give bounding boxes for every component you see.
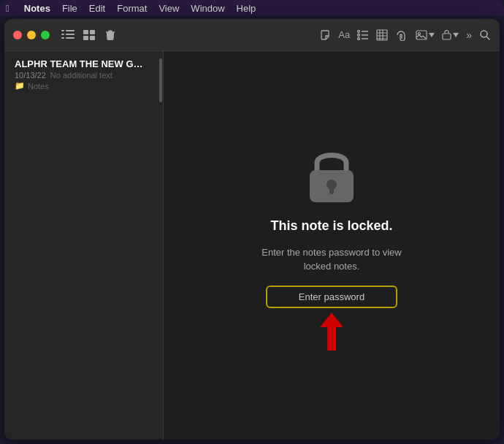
- note-title: ALPHR TEAM THE NEW G…: [15, 58, 146, 69]
- lock-title: This note is locked.: [270, 218, 392, 234]
- enter-password-wrapper: Enter password: [266, 286, 397, 351]
- maximize-button[interactable]: [41, 31, 50, 39]
- note-folder: 📁 Notes: [15, 81, 153, 91]
- note-date-preview: 10/13/22 No additional text: [15, 71, 153, 80]
- svg-rect-24: [443, 34, 451, 39]
- svg-rect-1: [66, 30, 75, 31]
- titlebar: Aa: [4, 19, 500, 51]
- close-button[interactable]: [13, 31, 22, 39]
- note-date: 10/13/22: [15, 71, 46, 80]
- menu-notes[interactable]: Notes: [24, 3, 50, 14]
- enter-password-button[interactable]: Enter password: [266, 286, 397, 308]
- svg-point-10: [358, 30, 360, 32]
- svg-rect-3: [66, 34, 75, 35]
- menu-edit[interactable]: Edit: [89, 3, 105, 14]
- toolbar-right: Aa: [319, 29, 491, 41]
- image-icon[interactable]: [416, 30, 435, 40]
- content-area: ALPHR TEAM THE NEW G… 10/13/22 No additi…: [4, 51, 500, 440]
- traffic-lights: [13, 31, 50, 39]
- menu-file[interactable]: File: [62, 3, 77, 14]
- folder-name: Notes: [28, 82, 49, 91]
- arrow-head: [320, 313, 343, 327]
- menu-help[interactable]: Help: [237, 3, 256, 14]
- lock-toolbar-icon[interactable]: [442, 29, 459, 40]
- new-note-icon[interactable]: [319, 29, 331, 41]
- scrollbar-thumb[interactable]: [159, 58, 162, 102]
- note-preview: No additional text: [50, 71, 112, 80]
- attachment-icon[interactable]: [395, 29, 408, 41]
- delete-icon[interactable]: [105, 29, 115, 41]
- lock-icon: [302, 141, 361, 207]
- menu-view[interactable]: View: [159, 3, 179, 14]
- arrow-body: [327, 327, 336, 351]
- svg-rect-7: [90, 30, 95, 34]
- svg-point-12: [358, 34, 360, 36]
- menu-window[interactable]: Window: [191, 3, 224, 14]
- svg-rect-0: [61, 30, 64, 31]
- menubar:  Notes File Edit Format View Window Hel…: [0, 0, 504, 16]
- svg-point-14: [358, 37, 360, 39]
- checklist-icon[interactable]: [357, 30, 369, 40]
- app-window: Aa: [4, 19, 500, 440]
- svg-point-23: [419, 32, 421, 34]
- list-view-icon[interactable]: [61, 30, 75, 40]
- folder-icon: 📁: [15, 81, 25, 91]
- scrollbar-track[interactable]: [159, 51, 163, 440]
- svg-line-26: [486, 37, 490, 40]
- note-area: This note is locked. Enter the notes pas…: [164, 51, 500, 440]
- note-list-item[interactable]: ALPHR TEAM THE NEW G… 10/13/22 No additi…: [4, 51, 163, 98]
- apple-icon: : [6, 3, 9, 14]
- svg-rect-8: [83, 36, 88, 40]
- lock-description: Enter the notes password to view locked …: [251, 245, 412, 274]
- table-icon[interactable]: [376, 29, 388, 41]
- overflow-icon[interactable]: »: [466, 29, 472, 41]
- svg-rect-9: [90, 36, 95, 40]
- search-icon[interactable]: [479, 29, 491, 41]
- svg-rect-2: [61, 34, 64, 35]
- format-text-icon[interactable]: Aa: [338, 29, 350, 40]
- lock-icon-container: [302, 141, 361, 207]
- svg-point-25: [481, 31, 487, 37]
- minimize-button[interactable]: [27, 31, 36, 39]
- toolbar-left: [61, 29, 115, 41]
- svg-rect-6: [83, 30, 88, 34]
- up-arrow: [320, 313, 343, 351]
- gallery-view-icon[interactable]: [83, 30, 96, 40]
- menu-format[interactable]: Format: [117, 3, 147, 14]
- sidebar: ALPHR TEAM THE NEW G… 10/13/22 No additi…: [4, 51, 164, 440]
- svg-rect-5: [66, 37, 75, 39]
- svg-rect-4: [61, 37, 64, 39]
- svg-rect-29: [329, 187, 334, 194]
